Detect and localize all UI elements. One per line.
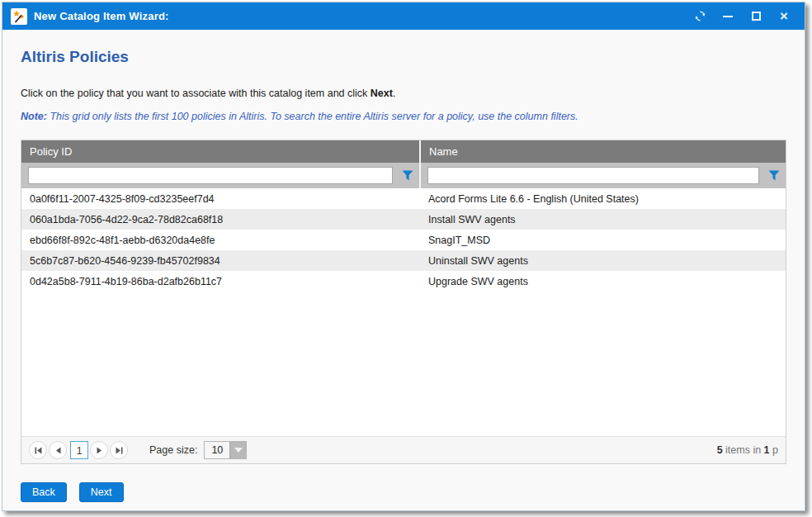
chevron-down-icon[interactable] <box>229 442 246 458</box>
close-icon[interactable]: × <box>772 6 796 27</box>
next-button[interactable]: Next <box>79 482 124 502</box>
name-filter-input[interactable] <box>427 167 759 184</box>
page-size-label: Page size: <box>149 444 197 456</box>
policy-id-cell: 0a0f6f11-2007-4325-8f09-cd3235eef7d4 <box>21 188 421 209</box>
next-page-button[interactable] <box>90 441 108 459</box>
name-cell: Uninstall SWV agents <box>421 250 786 271</box>
current-page-indicator[interactable]: 1 <box>70 441 88 459</box>
previous-page-button[interactable] <box>49 441 67 459</box>
note-text: Note: This grid only lists the first 100… <box>21 111 786 122</box>
policy-id-cell: ebd66f8f-892c-48f1-aebb-d6320da4e8fe <box>21 230 421 250</box>
name-cell: Install SWV agents <box>421 209 786 230</box>
last-page-button[interactable] <box>110 441 128 459</box>
table-row[interactable]: 5c6b7c87-b620-4546-9239-fb45702f9834 Uni… <box>21 250 786 271</box>
policies-grid: Policy ID Name <box>21 140 786 464</box>
refresh-icon[interactable] <box>687 6 712 27</box>
name-cell: SnagIT_MSD <box>421 230 786 250</box>
page-size-value: 10 <box>205 442 229 458</box>
instruction-text: Click on the policy that you want to ass… <box>21 88 786 99</box>
policy-id-filter-input[interactable] <box>28 167 393 184</box>
wizard-app-icon <box>11 8 27 25</box>
page-title: Altiris Policies <box>21 48 786 66</box>
first-page-button[interactable] <box>29 441 47 459</box>
column-header-name[interactable]: Name <box>421 140 786 163</box>
minimize-icon[interactable] <box>715 6 740 27</box>
name-cell: Acord Forms Lite 6.6 - English (United S… <box>421 188 786 209</box>
table-row[interactable]: 0a0f6f11-2007-4325-8f09-cd3235eef7d4 Aco… <box>21 188 786 209</box>
grid-body: 0a0f6f11-2007-4325-8f09-cd3235eef7d4 Aco… <box>21 188 786 436</box>
items-summary: 5 items in 1 p <box>717 444 778 456</box>
filter-icon[interactable] <box>401 169 414 183</box>
wizard-dialog: New Catalog Item Wizard: × Altiris Polic… <box>2 2 805 511</box>
maximize-icon[interactable] <box>744 6 768 27</box>
name-cell: Upgrade SWV agents <box>421 271 786 292</box>
table-row[interactable]: 060a1bda-7056-4d22-9ca2-78d82ca68f18 Ins… <box>21 209 786 230</box>
table-row[interactable]: ebd66f8f-892c-48f1-aebb-d6320da4e8fe Sna… <box>21 230 786 250</box>
grid-pager: 1 Page size: 10 <box>21 436 786 463</box>
policy-id-cell: 0d42a5b8-7911-4b19-86ba-d2afb26b11c7 <box>21 271 421 292</box>
grid-filter-row <box>21 163 786 188</box>
filter-icon[interactable] <box>767 169 781 183</box>
table-row[interactable]: 0d42a5b8-7911-4b19-86ba-d2afb26b11c7 Upg… <box>21 271 786 292</box>
window-title: New Catalog Item Wizard: <box>34 10 169 22</box>
grid-header-row: Policy ID Name <box>21 140 786 163</box>
column-header-policy-id[interactable]: Policy ID <box>21 140 421 163</box>
policy-id-cell: 5c6b7c87-b620-4546-9239-fb45702f9834 <box>21 250 421 271</box>
back-button[interactable]: Back <box>21 482 67 502</box>
page-size-dropdown[interactable]: 10 <box>204 441 247 459</box>
titlebar: New Catalog Item Wizard: × <box>2 2 805 30</box>
policy-id-cell: 060a1bda-7056-4d22-9ca2-78d82ca68f18 <box>21 209 421 230</box>
